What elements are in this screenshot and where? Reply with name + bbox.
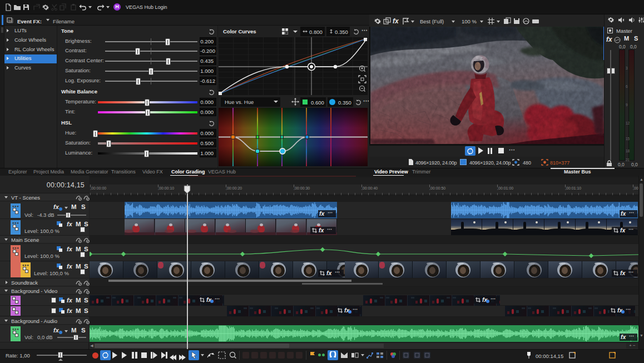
svg-text:fx: fx [8,19,11,22]
